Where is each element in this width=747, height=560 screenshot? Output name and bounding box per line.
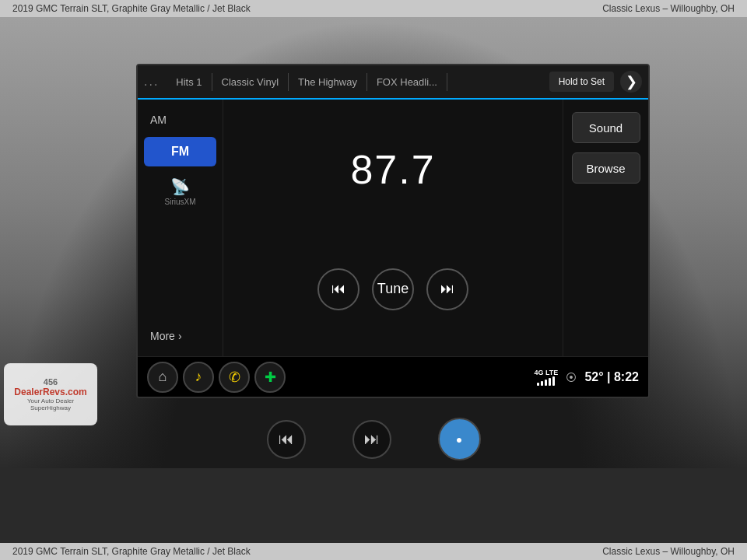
siriusxm-button[interactable]: 📡 SiriusXM	[144, 173, 216, 211]
phone-button[interactable]: ✆	[219, 362, 250, 393]
signal-bar-3	[545, 380, 547, 386]
music-button[interactable]: ♪	[183, 362, 214, 393]
status-bar: 4G LTE ⦿ 52° | 8:22	[535, 369, 639, 386]
lte-label: 4G LTE	[535, 369, 559, 376]
watermark: 456 DealerRevs.com Your Auto Dealer Supe…	[4, 363, 97, 425]
top-caption-left: 2019 GMC Terrain SLT, Graphite Gray Meta…	[12, 3, 251, 14]
rewind-button[interactable]: ⏮	[317, 268, 359, 310]
home-icon: ⌂	[159, 369, 167, 385]
phys-rewind-icon: ⏮	[279, 430, 294, 448]
more-label: More	[150, 330, 175, 342]
clock: 8:22	[614, 370, 639, 383]
nav-icons: ⌂ ♪ ✆ ✚	[147, 362, 286, 393]
separator: |	[607, 370, 610, 383]
tune-label: Tune	[377, 281, 409, 297]
temperature: 52°	[584, 370, 603, 383]
station-tabs: Hits 1 Classic Vinyl The Highway FOX Hea…	[167, 73, 542, 91]
bottom-nav: ⌂ ♪ ✆ ✚ 4G LTE	[138, 356, 648, 397]
right-sidebar: Sound Browse	[563, 100, 648, 356]
signal-bars	[537, 376, 555, 386]
station-dots: ...	[144, 75, 159, 89]
apps-button[interactable]: ✚	[254, 362, 286, 393]
station-bar: ... Hits 1 Classic Vinyl The Highway FOX…	[138, 65, 648, 100]
car-photo-area: ... Hits 1 Classic Vinyl The Highway FOX…	[0, 17, 747, 468]
more-button[interactable]: More ›	[144, 325, 216, 347]
hold-to-set-button[interactable]: Hold to Set	[549, 72, 614, 92]
top-caption-center: Classic Lexus – Willoughby, OH	[602, 3, 735, 14]
knob-icon: ●	[456, 433, 462, 446]
top-caption-bar: 2019 GMC Terrain SLT, Graphite Gray Meta…	[0, 0, 747, 17]
watermark-numbers: 456	[44, 377, 58, 387]
volume-knob[interactable]: ●	[438, 418, 481, 460]
station-tab-1[interactable]: Classic Vinyl	[212, 73, 289, 91]
apps-icon: ✚	[265, 369, 276, 386]
watermark-sub: Your Auto Dealer SuperHighway	[7, 397, 94, 411]
playback-controls: ⏮ Tune ⏭	[317, 268, 468, 310]
fm-button[interactable]: FM	[144, 137, 216, 166]
tune-button[interactable]: Tune	[372, 268, 414, 310]
forward-icon: ⏭	[440, 281, 454, 297]
sound-button[interactable]: Sound	[572, 112, 640, 143]
signal-bar-2	[541, 381, 543, 386]
music-icon: ♪	[195, 369, 202, 385]
physical-controls: ⏮ ⏭ ●	[0, 418, 747, 460]
screen-main: AM FM 📡 SiriusXM More › 87.7 ⏮	[138, 100, 648, 356]
more-chevron-icon: ›	[178, 330, 182, 342]
bottom-caption-left: 2019 GMC Terrain SLT, Graphite Gray Meta…	[12, 546, 251, 557]
temp-display: 52° | 8:22	[584, 370, 639, 384]
watermark-domain: DealerRevs.com	[14, 387, 86, 397]
phys-forward-icon: ⏭	[364, 430, 380, 448]
signal-bar-5	[552, 376, 555, 386]
signal-bar-1	[537, 383, 539, 386]
station-tab-3[interactable]: FOX Headli...	[367, 73, 447, 91]
center-content: 87.7 ⏮ Tune ⏭	[223, 100, 563, 356]
left-sidebar: AM FM 📡 SiriusXM More ›	[138, 100, 223, 356]
rewind-icon: ⏮	[331, 281, 345, 297]
phys-rewind-button[interactable]: ⏮	[267, 420, 306, 459]
location-icon: ⦿	[566, 371, 577, 383]
phys-forward-button[interactable]: ⏭	[352, 420, 391, 459]
am-button[interactable]: AM	[144, 109, 216, 131]
next-arrow-button[interactable]: ❯	[620, 71, 642, 93]
phone-icon: ✆	[229, 369, 240, 386]
wifi-icon: 📡	[170, 177, 190, 196]
home-button[interactable]: ⌂	[147, 362, 178, 393]
signal-bar-4	[549, 378, 551, 386]
current-station[interactable]: Hits 1	[167, 73, 212, 91]
station-tab-2[interactable]: The Highway	[289, 73, 367, 91]
bottom-caption-center: Classic Lexus – Willoughby, OH	[602, 546, 735, 557]
bottom-caption-bar: 2019 GMC Terrain SLT, Graphite Gray Meta…	[0, 543, 747, 560]
siriusxm-label: SiriusXM	[164, 198, 195, 206]
frequency-display: 87.7	[350, 146, 435, 193]
infotainment-screen: ... Hits 1 Classic Vinyl The Highway FOX…	[136, 64, 650, 398]
lte-indicator: 4G LTE	[535, 369, 559, 386]
forward-button[interactable]: ⏭	[426, 268, 468, 310]
browse-button[interactable]: Browse	[572, 152, 640, 184]
